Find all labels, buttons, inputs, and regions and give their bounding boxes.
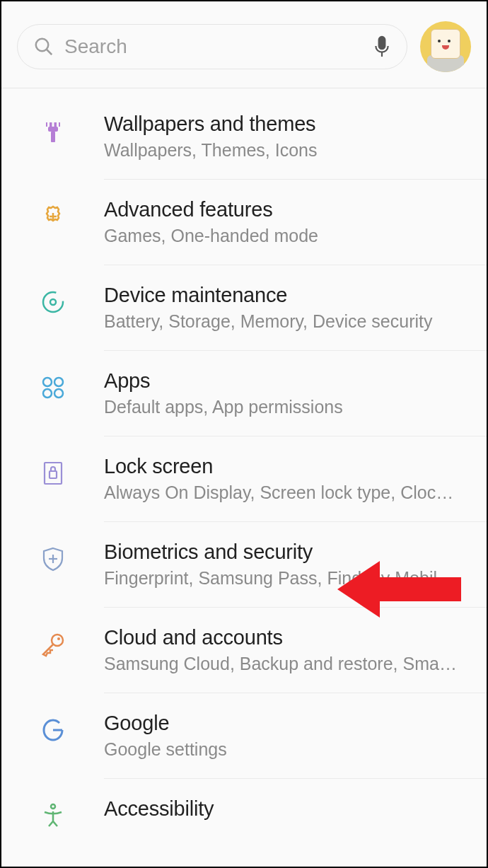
svg-point-14: [50, 299, 56, 305]
svg-rect-8: [57, 120, 59, 127]
item-title: Wallpapers and themes: [104, 112, 458, 136]
svg-point-24: [57, 637, 60, 640]
google-icon: [39, 716, 67, 744]
search-header: Search: [1, 1, 487, 88]
paintbrush-icon: [39, 117, 67, 145]
svg-point-23: [52, 635, 63, 646]
item-subtitle: Google settings: [104, 739, 458, 760]
settings-list: Wallpapers and themes Wallpapers, Themes…: [1, 88, 487, 848]
shield-plus-icon: [39, 545, 67, 573]
svg-point-17: [43, 389, 52, 398]
svg-point-18: [54, 389, 63, 398]
settings-item-wallpapers[interactable]: Wallpapers and themes Wallpapers, Themes…: [1, 94, 467, 179]
item-title: Google: [104, 712, 458, 735]
item-subtitle: Fingerprint, Samsung Pass, Find My Mobil…: [104, 568, 458, 589]
svg-point-0: [36, 39, 49, 52]
svg-rect-19: [45, 463, 62, 484]
item-title: Lock screen: [104, 455, 458, 478]
key-icon: [39, 630, 67, 659]
svg-line-1: [47, 50, 52, 55]
lock-icon: [39, 459, 67, 487]
apps-grid-icon: [39, 374, 67, 402]
accessibility-icon: [39, 802, 67, 830]
item-subtitle: Games, One-handed mode: [104, 226, 458, 246]
svg-point-16: [54, 378, 63, 386]
profile-avatar[interactable]: [420, 21, 471, 72]
item-title: Apps: [104, 369, 458, 393]
svg-rect-10: [51, 132, 55, 142]
settings-item-maintenance[interactable]: Device maintenance Battery, Storage, Mem…: [1, 265, 467, 350]
search-icon: [33, 36, 54, 57]
svg-point-15: [43, 378, 52, 386]
search-bar[interactable]: Search: [17, 24, 407, 69]
settings-item-cloud[interactable]: Cloud and accounts Samsung Cloud, Backup…: [1, 608, 467, 693]
svg-rect-2: [379, 37, 385, 49]
settings-item-biometrics[interactable]: Biometrics and security Fingerprint, Sam…: [1, 522, 467, 607]
settings-item-google[interactable]: Google Google settings: [1, 693, 467, 778]
svg-rect-9: [48, 127, 58, 132]
svg-point-13: [43, 292, 63, 312]
svg-rect-6: [47, 120, 50, 127]
item-subtitle: Wallpapers, Themes, Icons: [104, 140, 458, 161]
svg-point-25: [51, 804, 55, 809]
item-subtitle: Samsung Cloud, Backup and restore, Smart…: [104, 654, 458, 674]
item-subtitle: Battery, Storage, Memory, Device securit…: [104, 311, 458, 332]
item-subtitle: Always On Display, Screen lock type, Clo…: [104, 482, 458, 503]
item-title: Biometrics and security: [104, 540, 458, 564]
svg-rect-20: [50, 471, 57, 478]
svg-rect-7: [52, 120, 54, 127]
refresh-circle-icon: [39, 288, 67, 316]
search-placeholder: Search: [64, 35, 363, 58]
settings-item-advanced[interactable]: Advanced features Games, One-handed mode: [1, 180, 467, 265]
mic-icon[interactable]: [373, 35, 391, 59]
item-title: Accessibility: [104, 797, 458, 821]
settings-item-accessibility[interactable]: Accessibility: [1, 779, 467, 848]
item-subtitle: Default apps, App permissions: [104, 397, 458, 417]
settings-item-apps[interactable]: Apps Default apps, App permissions: [1, 351, 467, 436]
item-title: Device maintenance: [104, 284, 458, 307]
item-title: Advanced features: [104, 198, 458, 221]
gear-plus-icon: [39, 202, 67, 231]
settings-item-lockscreen[interactable]: Lock screen Always On Display, Screen lo…: [1, 436, 467, 521]
item-title: Cloud and accounts: [104, 626, 458, 649]
